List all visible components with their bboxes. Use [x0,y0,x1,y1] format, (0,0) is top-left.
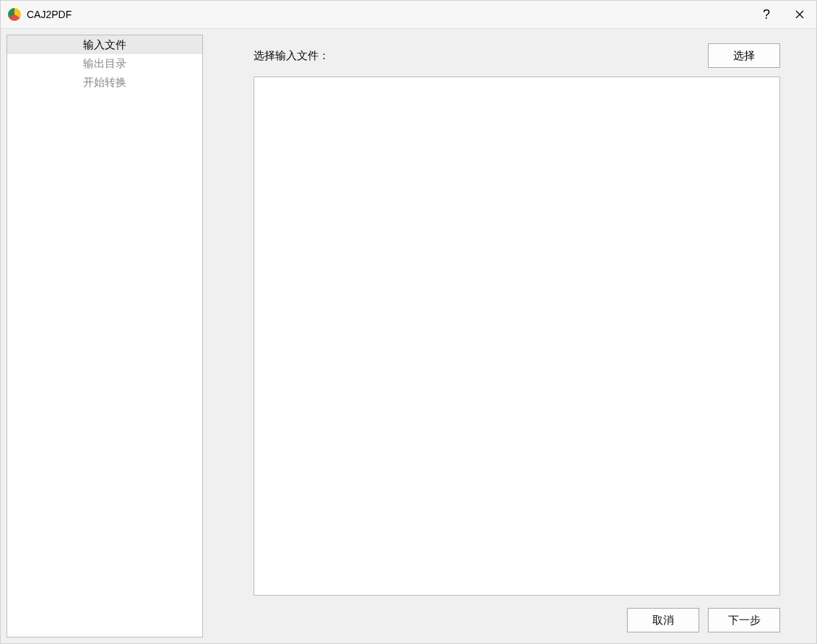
sidebar-step-start-convert[interactable]: 开始转换 [7,73,202,92]
main-header: 选择输入文件： 选择 [254,35,780,77]
file-list[interactable] [254,77,780,596]
footer: 取消 下一步 [254,603,780,638]
main-panel: 选择输入文件： 选择 取消 下一步 [209,35,810,638]
cancel-button[interactable]: 取消 [627,608,699,632]
window-title: CAJ2PDF [27,9,72,20]
app-icon [8,8,21,21]
help-button[interactable]: ? [750,1,783,29]
select-button[interactable]: 选择 [708,43,780,68]
sidebar: 输入文件 输出目录 开始转换 [7,35,203,638]
titlebar: CAJ2PDF ? [1,1,816,29]
close-button[interactable] [783,1,816,29]
sidebar-step-input-file[interactable]: 输入文件 [7,35,202,54]
close-icon [795,10,804,19]
sidebar-step-output-dir[interactable]: 输出目录 [7,54,202,73]
select-input-label: 选择输入文件： [254,49,329,63]
app-window: CAJ2PDF ? 输入文件 输出目录 开始转换 选择输入文件： 选择 取消 [0,0,817,644]
next-button[interactable]: 下一步 [708,608,780,632]
body-area: 输入文件 输出目录 开始转换 选择输入文件： 选择 取消 下一步 [1,29,816,643]
